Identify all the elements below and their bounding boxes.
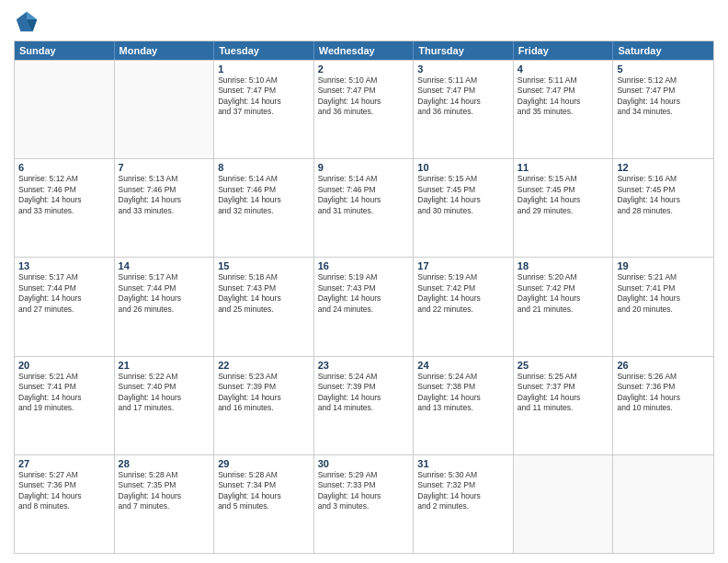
calendar: SundayMondayTuesdayWednesdayThursdayFrid… (14, 40, 714, 554)
cell-line: Sunrise: 5:10 AM (318, 75, 410, 86)
cell-line: Daylight: 14 hours (518, 293, 609, 304)
calendar-day-24: 24Sunrise: 5:24 AMSunset: 7:38 PMDayligh… (414, 357, 514, 454)
cell-line: Sunset: 7:45 PM (417, 185, 509, 195)
day-number: 15 (218, 260, 310, 271)
cell-line: and 3 minutes. (318, 501, 410, 511)
cell-line: Sunset: 7:36 PM (18, 480, 110, 490)
cell-line: and 11 minutes. (518, 403, 609, 413)
cell-line: Sunrise: 5:27 AM (18, 470, 110, 480)
calendar-day-26: 26Sunrise: 5:26 AMSunset: 7:36 PMDayligh… (613, 357, 713, 454)
cell-line: Daylight: 14 hours (18, 491, 110, 501)
cell-line: Daylight: 14 hours (617, 293, 710, 304)
cell-line: Sunset: 7:47 PM (218, 86, 310, 96)
calendar-day-10: 10Sunrise: 5:15 AMSunset: 7:45 PMDayligh… (414, 159, 514, 257)
day-header-wednesday: Wednesday (314, 41, 415, 60)
calendar-day-22: 22Sunrise: 5:23 AMSunset: 7:39 PMDayligh… (214, 357, 314, 454)
cell-line: and 7 minutes. (119, 501, 210, 511)
cell-line: and 17 minutes. (119, 403, 210, 413)
cell-line: Sunset: 7:47 PM (617, 86, 710, 96)
calendar-day-18: 18Sunrise: 5:20 AMSunset: 7:42 PMDayligh… (514, 258, 614, 355)
cell-line: Sunrise: 5:29 AM (318, 470, 410, 480)
day-number: 2 (318, 63, 410, 75)
cell-line: Daylight: 14 hours (417, 97, 509, 107)
day-number: 13 (18, 260, 110, 271)
day-header-thursday: Thursday (414, 41, 514, 60)
day-number: 5 (617, 63, 710, 75)
cell-line: Sunrise: 5:20 AM (518, 272, 609, 282)
cell-line: Sunrise: 5:26 AM (617, 372, 710, 382)
calendar-day-6: 6Sunrise: 5:12 AMSunset: 7:46 PMDaylight… (15, 159, 115, 257)
cell-line: Sunrise: 5:16 AM (617, 174, 710, 184)
day-number: 22 (218, 360, 310, 371)
cell-line: Sunrise: 5:12 AM (617, 75, 710, 86)
cell-line: and 35 minutes. (518, 107, 609, 117)
cell-line: Sunrise: 5:11 AM (417, 75, 509, 86)
cell-line: Sunrise: 5:15 AM (417, 174, 509, 184)
day-number: 1 (218, 63, 310, 75)
cell-line: and 37 minutes. (218, 107, 310, 117)
day-number: 9 (318, 162, 410, 173)
cell-line: Daylight: 14 hours (617, 97, 710, 107)
cell-line: Sunrise: 5:24 AM (318, 372, 410, 382)
day-number: 29 (218, 458, 310, 469)
cell-line: Sunset: 7:47 PM (518, 86, 609, 96)
logo-icon (14, 9, 40, 35)
day-header-saturday: Saturday (613, 41, 713, 60)
cell-line: Sunset: 7:46 PM (18, 185, 110, 195)
day-number: 24 (417, 360, 509, 371)
cell-line: Sunset: 7:36 PM (617, 382, 710, 392)
calendar-day-29: 29Sunrise: 5:28 AMSunset: 7:34 PMDayligh… (214, 455, 314, 553)
logo (14, 9, 43, 35)
cell-line: Daylight: 14 hours (218, 97, 310, 107)
cell-line: Sunset: 7:45 PM (518, 185, 609, 195)
cell-line: Sunrise: 5:25 AM (518, 372, 609, 382)
calendar-header: SundayMondayTuesdayWednesdayThursdayFrid… (15, 41, 713, 60)
calendar-week-2: 6Sunrise: 5:12 AMSunset: 7:46 PMDaylight… (15, 158, 713, 257)
cell-line: Daylight: 14 hours (518, 97, 609, 107)
cell-line: Sunset: 7:33 PM (318, 480, 410, 490)
calendar-day-2: 2Sunrise: 5:10 AMSunset: 7:47 PMDaylight… (314, 61, 415, 158)
cell-line: Sunrise: 5:19 AM (417, 272, 509, 282)
cell-line: Daylight: 14 hours (119, 293, 210, 304)
calendar-day-16: 16Sunrise: 5:19 AMSunset: 7:43 PMDayligh… (314, 258, 415, 355)
cell-line: Daylight: 14 hours (518, 195, 609, 205)
cell-line: Daylight: 14 hours (218, 491, 310, 501)
calendar-day-9: 9Sunrise: 5:14 AMSunset: 7:46 PMDaylight… (314, 159, 415, 257)
calendar-empty (613, 455, 713, 553)
cell-line: Sunrise: 5:14 AM (218, 174, 310, 184)
cell-line: and 29 minutes. (518, 206, 609, 216)
cell-line: and 13 minutes. (417, 403, 509, 413)
cell-line: and 20 minutes. (617, 304, 710, 315)
cell-line: Daylight: 14 hours (617, 393, 710, 403)
cell-line: Sunset: 7:46 PM (318, 185, 410, 195)
calendar-day-13: 13Sunrise: 5:17 AMSunset: 7:44 PMDayligh… (15, 258, 115, 355)
cell-line: and 28 minutes. (617, 206, 710, 216)
cell-line: Daylight: 14 hours (119, 491, 210, 501)
day-header-sunday: Sunday (15, 41, 115, 60)
calendar-week-1: 1Sunrise: 5:10 AMSunset: 7:47 PMDaylight… (15, 60, 713, 158)
calendar-day-14: 14Sunrise: 5:17 AMSunset: 7:44 PMDayligh… (115, 258, 215, 355)
calendar-day-8: 8Sunrise: 5:14 AMSunset: 7:46 PMDaylight… (214, 159, 314, 257)
cell-line: Sunset: 7:34 PM (218, 480, 310, 490)
calendar-day-27: 27Sunrise: 5:27 AMSunset: 7:36 PMDayligh… (15, 455, 115, 553)
cell-line: Daylight: 14 hours (18, 393, 110, 403)
calendar-day-11: 11Sunrise: 5:15 AMSunset: 7:45 PMDayligh… (514, 159, 614, 257)
calendar-day-20: 20Sunrise: 5:21 AMSunset: 7:41 PMDayligh… (15, 357, 115, 454)
day-number: 26 (617, 360, 710, 371)
cell-line: Sunset: 7:46 PM (218, 185, 310, 195)
cell-line: Sunrise: 5:18 AM (218, 272, 310, 282)
day-number: 21 (119, 360, 210, 371)
cell-line: Sunrise: 5:12 AM (18, 174, 110, 184)
calendar-day-1: 1Sunrise: 5:10 AMSunset: 7:47 PMDaylight… (214, 61, 314, 158)
cell-line: Sunset: 7:38 PM (417, 382, 509, 392)
day-header-monday: Monday (115, 41, 215, 60)
cell-line: Daylight: 14 hours (218, 195, 310, 205)
cell-line: Daylight: 14 hours (318, 195, 410, 205)
cell-line: Daylight: 14 hours (518, 393, 609, 403)
day-number: 7 (119, 162, 210, 173)
cell-line: Sunset: 7:41 PM (18, 382, 110, 392)
cell-line: Sunset: 7:43 PM (318, 283, 410, 293)
cell-line: Sunrise: 5:23 AM (218, 372, 310, 382)
cell-line: Sunset: 7:42 PM (518, 283, 609, 293)
cell-line: Sunrise: 5:19 AM (318, 272, 410, 282)
